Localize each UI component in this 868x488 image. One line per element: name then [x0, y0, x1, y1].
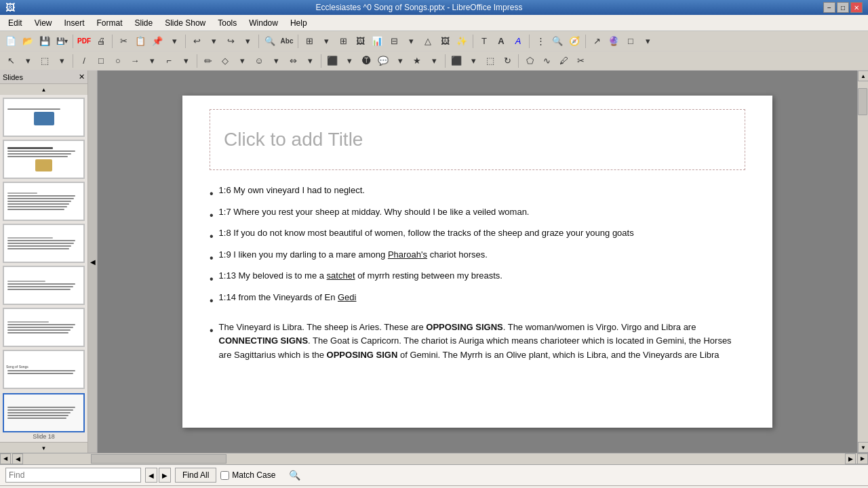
- slide-next-btn[interactable]: ▶: [845, 453, 856, 464]
- connector-arrow-btn[interactable]: ▾: [178, 53, 194, 69]
- slide-thumb-7[interactable]: Song of Songs: [3, 350, 85, 390]
- shape-btn[interactable]: △: [420, 33, 436, 49]
- find-btn[interactable]: 🔍: [262, 33, 278, 49]
- menu-tools[interactable]: Tools: [212, 16, 242, 30]
- effects-btn[interactable]: 🔮: [606, 33, 622, 49]
- select-btn[interactable]: ↖: [3, 53, 19, 69]
- hscroll-right-btn[interactable]: ▶: [857, 453, 868, 464]
- 3darrow-btn[interactable]: ▾: [341, 53, 357, 69]
- scrollbar-track[interactable]: [858, 81, 868, 442]
- close-button[interactable]: ✕: [850, 2, 863, 13]
- pdf-btn[interactable]: PDF: [76, 33, 92, 49]
- scroll-up-btn[interactable]: ▲: [858, 70, 868, 81]
- paste-arrow-btn[interactable]: ▾: [166, 33, 182, 49]
- callout-btn[interactable]: 💬: [375, 53, 391, 69]
- area-select-btn[interactable]: ⬚: [37, 53, 53, 69]
- curve-btn[interactable]: ✏: [200, 53, 216, 69]
- slide-thumb-1[interactable]: [3, 98, 85, 137]
- text2-btn[interactable]: A: [493, 33, 509, 49]
- hscroll-left-btn[interactable]: ◀: [0, 453, 11, 464]
- callout-arrow-btn[interactable]: ▾: [392, 53, 408, 69]
- maximize-button[interactable]: □: [837, 2, 849, 13]
- connector-btn[interactable]: ⌐: [161, 53, 177, 69]
- dblarrow-arrow-btn[interactable]: ▾: [302, 53, 318, 69]
- snap-btn[interactable]: ⊞: [335, 33, 351, 49]
- poly-arrow-btn[interactable]: ▾: [234, 53, 250, 69]
- scrollbar-thumb[interactable]: [858, 88, 867, 115]
- rect-btn[interactable]: □: [93, 53, 109, 69]
- slide-thumb-8[interactable]: Slide 18: [3, 393, 85, 441]
- save-btn[interactable]: 💾: [37, 33, 53, 49]
- more-btn[interactable]: ▾: [639, 33, 656, 49]
- shadow3-btn[interactable]: ⬚: [482, 53, 498, 69]
- 3d-btn[interactable]: ⬛: [324, 53, 340, 69]
- fontwork-btn[interactable]: A: [510, 33, 526, 49]
- content-area[interactable]: • 1:6 My own vineyard I had to neglect. …: [196, 177, 759, 414]
- crop-btn[interactable]: ✂: [572, 53, 589, 69]
- print-btn[interactable]: 🖨: [93, 33, 109, 49]
- poly-btn[interactable]: ◇: [217, 53, 233, 69]
- slide-thumb-5[interactable]: [3, 266, 85, 305]
- find-input[interactable]: [5, 468, 141, 483]
- remove-bg-btn[interactable]: □: [623, 33, 639, 49]
- slide-thumb-3[interactable]: [3, 182, 85, 221]
- cut-btn[interactable]: ✂: [115, 33, 132, 49]
- snap2-btn[interactable]: ⋮: [532, 33, 549, 49]
- table-arrow-btn[interactable]: ▾: [403, 33, 419, 49]
- freeform-btn[interactable]: 🖊: [555, 53, 572, 69]
- menu-format[interactable]: Format: [92, 16, 128, 30]
- find-close-btn[interactable]: 🔍: [282, 468, 307, 483]
- redo-arrow-btn[interactable]: ▾: [239, 33, 256, 49]
- close-panel-icon[interactable]: ✕: [79, 73, 85, 81]
- arrow-arrow-btn[interactable]: ▾: [144, 53, 160, 69]
- find-all-btn[interactable]: Find All: [175, 468, 216, 483]
- ellipse-btn[interactable]: ○: [110, 53, 126, 69]
- slide-prev-btn[interactable]: ◀: [12, 453, 23, 464]
- table-btn[interactable]: ⊟: [386, 33, 402, 49]
- select-arrow-btn[interactable]: ▾: [20, 53, 36, 69]
- insert-obj-btn[interactable]: 🖼: [352, 33, 368, 49]
- gallery-btn[interactable]: 🖼: [437, 33, 453, 49]
- bezier-btn[interactable]: ∿: [538, 53, 555, 69]
- new-btn[interactable]: 📄: [3, 33, 19, 49]
- slide-canvas[interactable]: Click to add Title • 1:6 My own vineyard…: [182, 96, 772, 428]
- match-case-label[interactable]: Match Case: [220, 470, 275, 480]
- open-btn[interactable]: 📂: [20, 33, 36, 49]
- chart-btn[interactable]: 📊: [369, 33, 385, 49]
- grid-btn[interactable]: ⊞: [301, 33, 317, 49]
- arrange-btn[interactable]: ↗: [589, 33, 605, 49]
- undo-btn[interactable]: ↩: [189, 33, 205, 49]
- paste-btn[interactable]: 📌: [149, 33, 165, 49]
- rotate-btn[interactable]: ↻: [499, 53, 515, 69]
- smile-arrow-btn[interactable]: ▾: [268, 53, 284, 69]
- area-arrow-btn[interactable]: ▾: [54, 53, 70, 69]
- menu-view[interactable]: View: [29, 16, 58, 30]
- scroll-down-btn[interactable]: ▼: [858, 442, 868, 453]
- grid-arrow-btn[interactable]: ▾: [318, 33, 334, 49]
- hscroll-thumb[interactable]: [91, 454, 226, 464]
- shadow-btn[interactable]: ⬛: [448, 53, 465, 69]
- undo-arrow-btn[interactable]: ▾: [205, 33, 222, 49]
- textbox-btn[interactable]: T: [476, 33, 492, 49]
- collapse-panel-btn[interactable]: ◀: [88, 70, 98, 453]
- star-arrow-btn[interactable]: ▾: [426, 53, 442, 69]
- spellcheck-btn[interactable]: Abc: [279, 33, 295, 49]
- title-placeholder[interactable]: Click to add Title: [210, 109, 745, 170]
- menu-slideshow[interactable]: Slide Show: [159, 16, 211, 30]
- hscroll-track[interactable]: [23, 453, 845, 464]
- minimize-button[interactable]: −: [823, 2, 835, 13]
- poly2-btn[interactable]: ⬠: [521, 53, 538, 69]
- arrow2-btn[interactable]: →: [127, 53, 143, 69]
- zoom-slide-btn[interactable]: 🔍: [549, 33, 566, 49]
- menu-slide[interactable]: Slide: [130, 16, 159, 30]
- find-next-btn[interactable]: ▶: [159, 468, 171, 483]
- animation-btn[interactable]: ✨: [454, 33, 470, 49]
- menu-insert[interactable]: Insert: [58, 16, 90, 30]
- save-as-btn[interactable]: 💾▾: [54, 33, 70, 49]
- panel-scroll-down[interactable]: ▼: [0, 443, 87, 453]
- menu-edit[interactable]: Edit: [3, 16, 28, 30]
- find-prev-btn[interactable]: ◀: [145, 468, 157, 483]
- panel-scroll-up[interactable]: ▲: [0, 84, 87, 95]
- menu-window[interactable]: Window: [243, 16, 283, 30]
- redo-btn[interactable]: ↪: [222, 33, 239, 49]
